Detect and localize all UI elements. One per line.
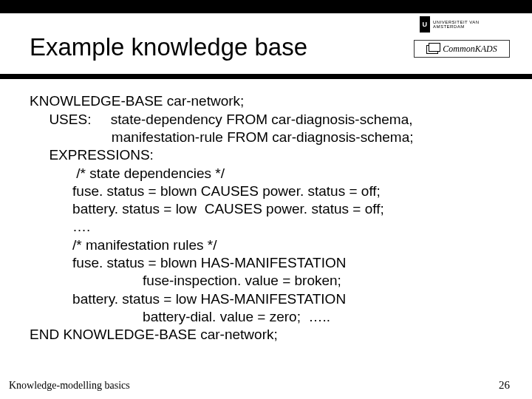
uva-logo: U UNIVERSITEIT VAN AMSTERDAM [420, 13, 505, 35]
page-number: 26 [499, 379, 510, 392]
kb-line: battery. status = low HAS-MANIFESTATION [30, 291, 346, 307]
footer: Knowledge-modelling basics 26 [0, 379, 532, 392]
logo-group: U UNIVERSITEIT VAN AMSTERDAM CommonKADS [414, 13, 510, 58]
knowledge-base-code: KNOWLEDGE-BASE car-network; USES: state-… [30, 92, 502, 344]
commonkads-logo-text: CommonKADS [443, 44, 497, 55]
kb-line: battery-dial. value = zero; ….. [30, 309, 330, 324]
kb-line: manifestation-rule FROM car-diagnosis-sc… [30, 129, 414, 145]
kb-line: …. [30, 219, 90, 234]
commonkads-logo: CommonKADS [414, 40, 510, 58]
kb-line: fuse. status = blown HAS-MANIFESTATION [30, 255, 347, 270]
kb-line: /* manifestation rules */ [30, 237, 216, 253]
slide: Example knowledge base U UNIVERSITEIT VA… [0, 0, 532, 399]
uva-crest-icon: U [420, 16, 430, 33]
commonkads-pages-icon [426, 44, 440, 54]
kb-line: battery. status = low CAUSES power. stat… [30, 201, 384, 216]
kb-line: USES: state-dependency FROM car-diagnosi… [30, 112, 412, 127]
title-underline [0, 74, 532, 79]
slide-body: KNOWLEDGE-BASE car-network; USES: state-… [0, 79, 532, 344]
kb-line: KNOWLEDGE-BASE car-network; [30, 93, 244, 109]
kb-line: EXPRESSIONS: [30, 147, 154, 163]
header-area: Example knowledge base U UNIVERSITEIT VA… [0, 13, 532, 61]
top-black-bar [0, 0, 532, 13]
kb-line: /* state dependencies */ [30, 166, 225, 181]
uva-logo-text: UNIVERSITEIT VAN AMSTERDAM [433, 20, 505, 29]
kb-line: END KNOWLEDGE-BASE car-network; [30, 327, 278, 342]
kb-line: fuse-inspection. value = broken; [30, 273, 341, 288]
footer-title: Knowledge-modelling basics [9, 380, 130, 392]
kb-line: fuse. status = blown CAUSES power. statu… [30, 183, 381, 199]
